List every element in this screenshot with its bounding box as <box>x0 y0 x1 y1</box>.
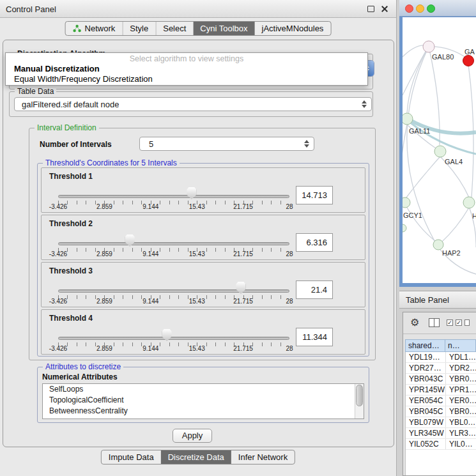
cell[interactable]: YBR043C <box>406 374 446 384</box>
apply-button[interactable]: Apply <box>173 429 212 443</box>
threshold-slider[interactable] <box>58 234 289 251</box>
scale-label: 15.43 <box>189 345 205 352</box>
popup-item-manual-discretization[interactable]: Manual Discretization <box>14 64 362 73</box>
threshold-slider[interactable] <box>58 329 289 346</box>
tab-network[interactable]: Network <box>66 22 123 35</box>
cell[interactable]: YER054C <box>406 395 446 406</box>
tab-infer-network[interactable]: Infer Network <box>231 450 295 464</box>
threshold-value-field[interactable]: 21.4 <box>296 280 333 299</box>
slider-track[interactable] <box>58 337 289 340</box>
spinner-arrows-icon <box>304 140 309 148</box>
list-item[interactable]: BetweennessCentrality <box>43 406 364 417</box>
table-row[interactable]: YBR045C YBR0… <box>406 406 476 417</box>
cell[interactable]: YDL1… <box>446 352 476 362</box>
bottom-tab-bar: Impute Data Discretize Data Infer Networ… <box>101 450 295 464</box>
scale-label: -3.426 <box>49 345 67 352</box>
threshold-label: Threshold 4 <box>49 314 93 323</box>
cell[interactable]: YLR345W <box>406 428 446 438</box>
list-item[interactable]: SelfLoops <box>43 384 364 395</box>
threshold-slider[interactable] <box>58 282 289 298</box>
tab-label: Style <box>130 24 148 33</box>
network-canvas[interactable]: GAL80 GA GAL11 GAL4 GCY1 HAP2 H <box>403 17 476 283</box>
tab-jactivemnodules[interactable]: jActiveMNodules <box>255 22 331 35</box>
slider-track[interactable] <box>58 195 289 198</box>
threshold-1-panel: Threshold 1 -3.426 2.859 9.144 15.43 21.… <box>41 167 365 213</box>
node-edge-left[interactable] <box>403 224 406 232</box>
scale-label: -3.426 <box>49 298 67 305</box>
attributes-listbox[interactable]: SelfLoops TopologicalCoefficient Between… <box>42 383 364 419</box>
threshold-label: Threshold 3 <box>49 266 93 275</box>
control-panel-titlebar: Control Panel <box>0 0 396 18</box>
tab-cyni-toolbox[interactable]: Cyni Toolbox <box>193 22 254 35</box>
table-row[interactable]: YBR043C YBR0… <box>406 374 476 385</box>
node-gal11[interactable] <box>403 113 413 125</box>
node-gal4[interactable] <box>434 146 446 157</box>
interval-definition-group-title: Interval Definition <box>35 123 99 132</box>
node-right[interactable] <box>463 197 475 208</box>
tab-label: Infer Network <box>238 452 288 462</box>
threshold-2-panel: Threshold 2 -3.426 2.859 9.144 15.43 21.… <box>41 215 365 260</box>
node-selected-red[interactable] <box>463 56 474 66</box>
column-grid-icon[interactable] <box>429 318 440 327</box>
cell[interactable]: YBL079W <box>406 417 446 427</box>
node-gal80[interactable] <box>423 41 434 52</box>
node-hap2[interactable] <box>433 240 443 250</box>
table-browser-window: ⚙ ✓ ✓ shared… n… YDL19… YDL1… YDR27… YDR… <box>403 312 476 476</box>
table-row[interactable]: YPR145W YPR1… <box>406 385 476 395</box>
cell[interactable]: YDR27… <box>406 363 446 373</box>
slider-track[interactable] <box>58 242 289 245</box>
cell[interactable]: YBR0… <box>446 374 476 384</box>
table-row[interactable]: YDL19… YDL1… <box>406 352 476 363</box>
scale-label: 2.859 <box>96 250 112 257</box>
checkbox-icon[interactable]: ✓ <box>456 319 462 326</box>
float-window-icon[interactable] <box>367 6 374 12</box>
cell[interactable]: YIL0… <box>446 439 476 449</box>
number-of-intervals-combobox[interactable]: 5 <box>139 137 314 151</box>
table-row[interactable]: YLR345W YLR3… <box>406 428 476 439</box>
threshold-value-field[interactable]: 6.316 <box>296 233 333 252</box>
list-item[interactable]: TopologicalCoefficient <box>43 395 364 406</box>
cell[interactable]: YDR2… <box>446 363 476 373</box>
cell[interactable]: YBL0… <box>446 417 476 427</box>
tab-impute-data[interactable]: Impute Data <box>102 450 161 464</box>
zoom-traffic-light[interactable] <box>427 4 435 13</box>
cell[interactable]: YER0… <box>446 395 476 406</box>
popup-item-equal-width-frequency[interactable]: Equal Width/Frequency Discretization <box>14 74 362 84</box>
attributes-group-title: Attributes to discretize <box>43 362 123 371</box>
table-row[interactable]: YBL079W YBL0… <box>406 417 476 428</box>
checkbox-icon[interactable] <box>464 319 470 326</box>
cell[interactable]: YDL19… <box>406 352 446 362</box>
cell[interactable]: YPR1… <box>446 385 476 395</box>
list-scrollbar[interactable] <box>355 384 364 418</box>
minimize-traffic-light[interactable] <box>416 4 424 13</box>
slider-track[interactable] <box>58 289 289 293</box>
table-row[interactable]: YIL052C YIL0… <box>406 439 476 450</box>
close-window-icon[interactable] <box>381 5 388 13</box>
cell[interactable]: YBR045C <box>406 406 446 417</box>
scale-label: 2.859 <box>96 203 112 210</box>
gear-icon[interactable]: ⚙ <box>410 316 419 328</box>
threshold-value-field[interactable]: 11.344 <box>296 328 333 346</box>
column-header-name[interactable]: n… <box>445 339 476 352</box>
scale-label: 28 <box>286 250 293 257</box>
cell[interactable]: YIL052C <box>406 439 446 449</box>
node-label: GAL80 <box>432 53 454 61</box>
cell[interactable]: YPR145W <box>406 385 446 395</box>
table-row[interactable]: YER054C YER0… <box>406 395 476 406</box>
cell[interactable]: YLR3… <box>446 428 476 438</box>
table-toolbar: ⚙ ✓ ✓ <box>403 312 476 334</box>
tab-style[interactable]: Style <box>122 22 155 35</box>
checkbox-icon[interactable]: ✓ <box>447 319 453 326</box>
column-header-shared-name[interactable]: shared… <box>405 339 445 352</box>
scrollbar-thumb[interactable] <box>356 385 363 406</box>
threshold-value-field[interactable]: 14.713 <box>296 186 333 204</box>
tab-select[interactable]: Select <box>155 22 193 35</box>
node-gcy1[interactable] <box>403 197 410 208</box>
threshold-slider[interactable] <box>58 187 289 204</box>
table-row[interactable]: YDR27… YDR2… <box>406 363 476 374</box>
popup-placeholder-item[interactable]: Select algorithm to view settings <box>6 54 367 63</box>
table-data-combobox[interactable]: galFiltered.sif default node <box>14 97 372 111</box>
cell[interactable]: YBR0… <box>446 406 476 417</box>
close-traffic-light[interactable] <box>405 4 413 13</box>
tab-discretize-data[interactable]: Discretize Data <box>161 450 231 464</box>
